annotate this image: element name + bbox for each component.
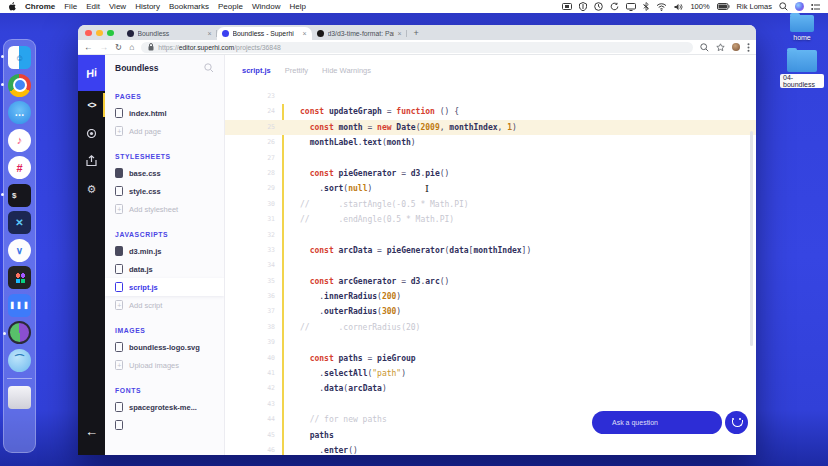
tab-boundless[interactable]: Boundless × <box>122 27 217 40</box>
shield-icon[interactable] <box>579 2 587 11</box>
code-line[interactable]: 26 monthLabel.text(month) <box>225 135 756 150</box>
code-line[interactable]: 46 .enter() <box>225 443 756 455</box>
volume-icon[interactable] <box>674 3 683 11</box>
code-line[interactable]: 36 .innerRadius(200) <box>225 289 756 304</box>
file-item-add-script[interactable]: Add script <box>105 296 224 314</box>
notification-center-icon[interactable] <box>811 3 820 11</box>
battery-icon[interactable] <box>717 3 730 10</box>
code-line[interactable]: 43 <box>225 397 756 412</box>
display-icon[interactable] <box>626 3 636 11</box>
trash-dock-icon[interactable] <box>8 386 31 409</box>
menu-file[interactable]: File <box>64 2 77 11</box>
profile-avatar[interactable] <box>732 43 740 51</box>
code-line[interactable]: 27 <box>225 151 756 166</box>
rail-preview[interactable] <box>78 119 105 147</box>
code-line[interactable]: 42 .data(arcData) <box>225 381 756 396</box>
rail-code-view[interactable]: <> <box>78 91 105 119</box>
sync-icon[interactable] <box>610 2 619 11</box>
code-line[interactable]: 38// .cornerRadius(20) <box>225 320 756 335</box>
tab-d3-time-format[interactable]: d3/d3-time-format: Parse an × <box>312 27 407 40</box>
code-line[interactable]: 30// .startAngle(-0.5 * Math.PI) <box>225 197 756 212</box>
code-line[interactable]: 29 .sort(null) <box>225 181 756 196</box>
code-line[interactable]: 41 .selectAll("path") <box>225 366 756 381</box>
reload-icon[interactable]: ↻ <box>115 43 122 52</box>
desktop-icon-home[interactable]: home <box>780 15 824 41</box>
close-tab-icon[interactable]: × <box>302 30 306 37</box>
code-line[interactable]: 37 .outerRadius(300) <box>225 304 756 319</box>
code-line[interactable]: 34 <box>225 258 756 273</box>
file-item-style-css[interactable]: style.css <box>105 182 224 200</box>
code-line[interactable]: 24const updateGraph = function () { <box>225 104 756 119</box>
apple-menu-icon[interactable] <box>8 2 16 11</box>
tab-boundless-superhi[interactable]: Boundless - Superhi × <box>217 27 312 40</box>
code-line[interactable]: 23 <box>225 89 756 104</box>
code-line[interactable]: 28 const pieGenerator = d3.pie() <box>225 166 756 181</box>
menu-bookmarks[interactable]: Bookmarks <box>169 2 209 11</box>
menu-edit[interactable]: Edit <box>86 2 100 11</box>
menu-help[interactable]: Help <box>289 2 305 11</box>
feedback-smiley-button[interactable] <box>725 411 748 434</box>
browser-menu-icon[interactable] <box>747 43 750 52</box>
file-item-add-page[interactable]: Add page <box>105 122 224 140</box>
bookmark-star-icon[interactable] <box>716 43 725 52</box>
menubar-username[interactable]: Rik Lomas <box>737 2 772 11</box>
code-line[interactable]: 35 const arcGenerator = d3.arc() <box>225 274 756 289</box>
editor-scrollbar[interactable] <box>750 131 753 346</box>
rail-settings[interactable]: ⚙ <box>78 175 105 203</box>
file-item-upload-images[interactable]: Upload images <box>105 356 224 374</box>
desktop-icon-boundless[interactable]: 04-boundless <box>780 50 824 88</box>
menu-view[interactable]: View <box>109 2 126 11</box>
code-line[interactable]: 31// .endAngle(0.5 * Math.PI) <box>225 212 756 227</box>
wifi-icon[interactable] <box>656 3 667 11</box>
music-dock-icon[interactable]: ♪ <box>8 129 31 152</box>
address-bar[interactable]: https://editor.superhi.com/projects/3684… <box>141 42 693 53</box>
file-item-spacegrotesk-me-[interactable]: spacegrotesk-me... <box>105 398 224 416</box>
messages-dock-icon[interactable]: … <box>8 101 31 124</box>
search-icon[interactable] <box>779 2 788 11</box>
file-item-add-stylesheet[interactable]: Add stylesheet <box>105 200 224 218</box>
mail-dock-icon[interactable]: ∨ <box>8 239 31 262</box>
file-item-data-js[interactable]: data.js <box>105 260 224 278</box>
screenflow-dock-icon[interactable] <box>8 321 31 344</box>
intercom-dock-icon[interactable]: ❚❚❚ <box>8 294 31 317</box>
close-tab-icon[interactable]: × <box>207 30 211 37</box>
hide-warnings-button[interactable]: Hide Warnings <box>322 66 371 75</box>
file-item-base-css[interactable]: base.css <box>105 164 224 182</box>
home-icon[interactable]: ⌂ <box>129 43 134 52</box>
menu-window[interactable]: Window <box>252 2 280 11</box>
close-tab-icon[interactable]: × <box>397 30 401 37</box>
menu-history[interactable]: History <box>135 2 160 11</box>
file-item-d3-min-js[interactable]: d3.min.js <box>105 242 224 260</box>
code-line[interactable]: 33 const arcData = pieGenerator(data[mon… <box>225 243 756 258</box>
figma-dock-icon[interactable] <box>8 266 31 289</box>
twitter-dock-icon[interactable]: ⁀ <box>8 349 31 372</box>
menubar-app-name[interactable]: Chrome <box>25 2 55 11</box>
file-item-index-html[interactable]: index.html <box>105 104 224 122</box>
code-line[interactable]: 32 <box>225 228 756 243</box>
zoom-window-button[interactable] <box>107 30 114 37</box>
superhi-logo[interactable]: Hi <box>78 55 105 91</box>
back-arrow-button[interactable]: ← <box>85 424 98 439</box>
code-line-highlighted[interactable]: 25 const month = new Date(2009, monthInd… <box>225 120 756 135</box>
ask-question-button[interactable]: Ask a question <box>592 411 722 434</box>
close-window-button[interactable] <box>85 30 92 37</box>
zoom-page-icon[interactable] <box>700 43 709 52</box>
screen-mirroring-icon[interactable] <box>562 3 572 11</box>
code-line[interactable]: 39 <box>225 335 756 350</box>
forward-icon[interactable]: → <box>100 43 109 52</box>
bluetooth-icon[interactable] <box>643 2 649 11</box>
rail-share[interactable] <box>78 147 105 175</box>
file-item-script-js[interactable]: script.js <box>105 278 224 296</box>
siri-icon[interactable] <box>795 2 804 11</box>
code-area[interactable]: 2324const updateGraph = function () {25 … <box>225 85 756 455</box>
finder-dock-icon[interactable]: ☺ <box>8 46 31 69</box>
back-icon[interactable]: ← <box>84 43 93 52</box>
file-item-partial[interactable] <box>105 416 224 434</box>
code-line[interactable]: 40 const paths = pieGroup <box>225 351 756 366</box>
menu-people[interactable]: People <box>218 2 243 11</box>
file-item-boundless-logo-svg[interactable]: boundless-logo.svg <box>105 338 224 356</box>
terminal-dock-icon[interactable]: $ <box>8 184 31 207</box>
prettify-button[interactable]: Prettify <box>285 66 308 75</box>
chrome-dock-icon[interactable] <box>8 74 31 97</box>
clock-icon[interactable] <box>594 2 603 11</box>
